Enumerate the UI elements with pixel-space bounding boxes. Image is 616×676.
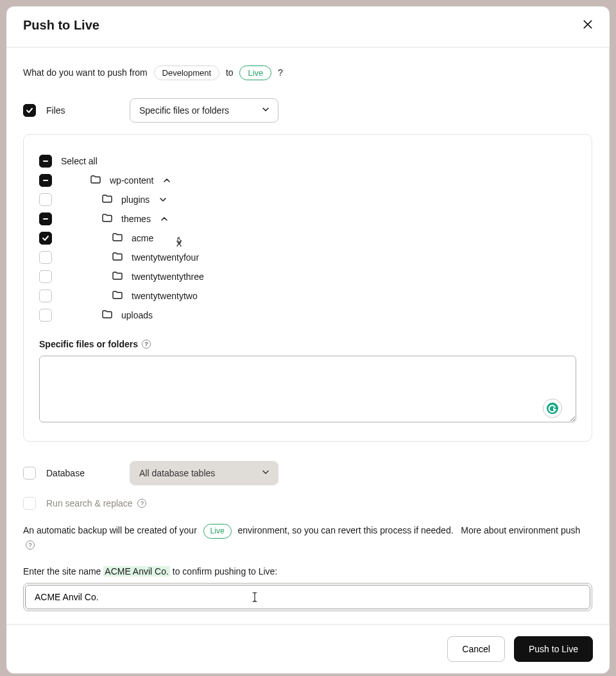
pointer-cursor-icon xyxy=(175,236,185,250)
push-to-live-button[interactable]: Push to Live xyxy=(514,636,593,662)
twentythree-checkbox[interactable] xyxy=(39,270,52,283)
twentyfour-checkbox[interactable] xyxy=(39,251,52,264)
file-tree: Select all wp-content plugins theme xyxy=(23,134,592,442)
site-name-highlight: ACME Anvil Co. xyxy=(103,566,170,576)
database-label: Database xyxy=(46,468,130,478)
wp-content-label: wp-content xyxy=(110,175,153,186)
plugins-label: plugins xyxy=(121,195,150,205)
files-label: Files xyxy=(46,105,130,116)
backup-post: environment, so you can revert this proc… xyxy=(237,525,453,535)
wp-content-checkbox[interactable] xyxy=(39,174,52,187)
folder-icon xyxy=(112,271,123,283)
acme-checkbox[interactable] xyxy=(39,232,52,245)
help-icon[interactable]: ? xyxy=(142,340,151,349)
files-select[interactable]: Specific files or folders xyxy=(130,98,278,123)
themes-checkbox[interactable] xyxy=(39,212,52,225)
database-select[interactable]: All database tables xyxy=(130,461,278,485)
target-env-pill: Live xyxy=(239,65,271,80)
themes-label: themes xyxy=(121,214,151,224)
modal-title: Push to Live xyxy=(23,18,99,33)
chevron-down-icon xyxy=(261,105,270,116)
folder-icon xyxy=(102,194,112,206)
folder-icon xyxy=(90,175,101,187)
confirm-site-input[interactable] xyxy=(25,585,590,609)
question-suffix: ? xyxy=(278,67,283,78)
paths-textarea[interactable] xyxy=(39,356,576,422)
folder-icon xyxy=(102,309,112,322)
help-icon[interactable]: ? xyxy=(137,499,146,508)
folder-icon xyxy=(112,252,123,264)
collapse-icon[interactable] xyxy=(162,176,171,185)
twentytwo-checkbox[interactable] xyxy=(39,290,52,302)
chevron-down-icon xyxy=(261,468,270,479)
expand-icon[interactable] xyxy=(158,195,167,204)
question-middle: to xyxy=(226,67,234,78)
question-prefix: What do you want to push from xyxy=(23,67,148,78)
search-replace-checkbox[interactable] xyxy=(23,497,36,510)
grammarly-icon[interactable] xyxy=(543,399,562,418)
push-question: What do you want to push from Developmen… xyxy=(23,65,592,80)
more-about-push-link[interactable]: More about environment push xyxy=(461,525,580,535)
select-all-checkbox[interactable] xyxy=(39,155,52,168)
uploads-label: uploads xyxy=(121,310,153,320)
backup-note: An automatic backup will be created of y… xyxy=(23,524,592,551)
folder-icon xyxy=(102,213,112,225)
files-select-value: Specific files or folders xyxy=(139,105,229,116)
acme-label: acme xyxy=(132,233,153,243)
database-checkbox[interactable] xyxy=(23,467,36,480)
source-env-pill: Development xyxy=(154,65,220,80)
backup-env-pill: Live xyxy=(203,524,232,539)
uploads-checkbox[interactable] xyxy=(39,309,52,322)
backup-pre: An automatic backup will be created of y… xyxy=(23,525,197,535)
select-all-label: Select all xyxy=(61,156,98,166)
paths-label: Specific files or folders xyxy=(39,339,138,349)
twentyfour-label: twentytwentyfour xyxy=(132,252,199,263)
twentytwo-label: twentytwentytwo xyxy=(132,291,198,301)
close-icon[interactable] xyxy=(583,19,593,31)
help-icon[interactable]: ? xyxy=(26,541,35,550)
confirm-label: Enter the site name ACME Anvil Co. to co… xyxy=(23,566,592,576)
plugins-checkbox[interactable] xyxy=(39,193,52,206)
folder-icon xyxy=(112,232,123,245)
cancel-button[interactable]: Cancel xyxy=(447,636,505,662)
folder-icon xyxy=(112,290,123,302)
database-select-value: All database tables xyxy=(139,468,215,478)
collapse-icon[interactable] xyxy=(160,214,169,223)
twentythree-label: twentytwentythree xyxy=(132,272,204,282)
search-replace-label: Run search & replace xyxy=(46,498,133,508)
files-checkbox[interactable] xyxy=(23,104,36,117)
